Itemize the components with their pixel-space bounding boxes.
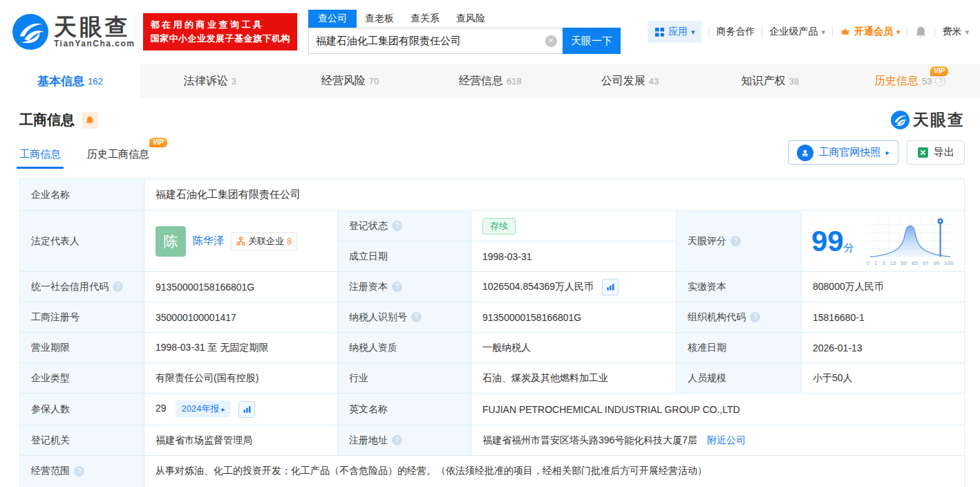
search-tab-relation[interactable]: 查关系 bbox=[402, 10, 448, 28]
industry-label: 行业 bbox=[338, 363, 471, 394]
cooperation-menu[interactable]: 商务合作 bbox=[716, 26, 755, 38]
reg-capital-value: 1026504.854369万人民币 bbox=[471, 272, 677, 302]
help-icon[interactable]: ? bbox=[750, 312, 760, 322]
enterprise-menu[interactable]: 企业级产品 ▾ bbox=[769, 26, 825, 38]
industry-value: 石油、煤炭及其他燃料加工业 bbox=[471, 363, 677, 394]
caret-down-icon: ▾ bbox=[896, 28, 901, 37]
table-row: 工商注册号 350000100001417 纳税人识别号 ? 913500001… bbox=[20, 302, 965, 333]
crown-icon bbox=[840, 26, 851, 37]
clear-icon[interactable]: × bbox=[545, 35, 557, 47]
search-button[interactable]: 天眼一下 bbox=[563, 28, 621, 54]
uscc-label: 统一社会信用代码 ? bbox=[20, 272, 144, 302]
apps-menu[interactable]: 应用 ▾ bbox=[648, 21, 702, 43]
search-input[interactable] bbox=[308, 28, 563, 54]
related-companies-badge[interactable]: 关联企业 8 bbox=[231, 232, 297, 250]
legal-rep-avatar[interactable]: 陈 bbox=[156, 226, 186, 257]
help-icon[interactable]: ? bbox=[935, 76, 945, 86]
caret-down-icon: ▾ bbox=[691, 28, 695, 37]
legal-rep-cell: 陈 陈华泽 关联企业 8 bbox=[144, 211, 338, 272]
taxpayer-quality-label: 纳税人资质 bbox=[338, 333, 471, 363]
enterprise-label: 企业级产品 bbox=[769, 26, 818, 38]
scope-label: 经营范围 ? bbox=[20, 456, 144, 487]
vip-badge: VIP bbox=[930, 66, 948, 76]
search-tab-risk[interactable]: 查风险 bbox=[448, 10, 493, 28]
status-badge: 存续 bbox=[482, 218, 516, 235]
help-icon[interactable]: ? bbox=[392, 282, 402, 292]
monitor-bell-icon[interactable] bbox=[82, 112, 98, 129]
legal-rep-label: 法定代表人 bbox=[20, 211, 144, 272]
org-code-label: 组织机构代码 ? bbox=[677, 302, 802, 333]
insured-label: 参保人数 bbox=[20, 394, 144, 425]
help-icon[interactable]: ? bbox=[392, 435, 402, 445]
company-name-label: 企业名称 bbox=[20, 179, 144, 211]
uscc-value: 91350000158166801G bbox=[144, 272, 338, 302]
company-type-value: 有限责任公司(国有控股) bbox=[144, 363, 338, 394]
org-chart-icon bbox=[236, 237, 245, 246]
address-value: 福建省福州市晋安区塔头路396号能化科技大厦7层 附近公司 bbox=[471, 425, 965, 456]
paid-capital-label: 实缴资本 bbox=[677, 272, 802, 302]
menu-divider bbox=[762, 27, 762, 37]
caret-down-icon: ▾ bbox=[965, 28, 969, 37]
company-type-label: 企业类型 bbox=[20, 363, 144, 394]
tianyancha-logo[interactable]: 天眼查 TianYanCha.com bbox=[12, 14, 135, 50]
annual-report-badge[interactable]: 2024年报 ▸ bbox=[176, 401, 230, 417]
subtab-business-registration[interactable]: 工商信息 bbox=[19, 148, 61, 169]
export-button[interactable]: 导出 bbox=[907, 140, 965, 165]
score-value: 99 bbox=[811, 225, 844, 257]
english-name-label: 英文名称 bbox=[338, 394, 471, 425]
tab-business-info[interactable]: 经营信息 618 bbox=[420, 64, 560, 98]
insured-value: 29 2024年报 ▸ bbox=[144, 394, 338, 425]
menu-divider bbox=[832, 27, 833, 37]
tab-operating-risk[interactable]: 经营风险 70 bbox=[280, 64, 420, 98]
slogan-line1: 都在用的商业查询工具 bbox=[150, 18, 290, 32]
search-tab-company[interactable]: 查公司 bbox=[308, 10, 357, 28]
official-snapshot-button[interactable]: 工商官网快照 ▸ bbox=[788, 140, 898, 165]
tab-basic-info[interactable]: 基本信息 162 bbox=[0, 64, 140, 98]
tab-company-development[interactable]: 公司发展 43 bbox=[560, 64, 700, 98]
vip-badge: VIP bbox=[149, 138, 167, 147]
registry-value: 福建省市场监督管理局 bbox=[144, 425, 338, 456]
english-name-value: FUJIAN PETROCHEMICAL INDUSTRIAL GROUP CO… bbox=[471, 394, 965, 425]
arrow-right-icon: ▸ bbox=[885, 148, 889, 157]
apps-label: 应用 bbox=[668, 26, 688, 38]
tab-history-info[interactable]: VIP 历史信息 53 ? bbox=[840, 64, 980, 98]
reg-capital-label: 注册资本 ? bbox=[338, 272, 471, 302]
org-code-value: 15816680-1 bbox=[802, 302, 965, 333]
caret-down-icon: ▾ bbox=[821, 28, 825, 37]
arrow-right-icon: ▸ bbox=[221, 405, 225, 413]
page-title: 工商信息 bbox=[19, 111, 75, 129]
capital-trend-icon[interactable] bbox=[602, 279, 619, 295]
help-icon[interactable]: ? bbox=[74, 466, 84, 477]
business-term-value: 1998-03-31 至 无固定期限 bbox=[144, 333, 338, 363]
vip-upgrade-menu[interactable]: 开通会员 ▾ bbox=[840, 26, 901, 38]
tab-legal-proceedings[interactable]: 法律诉讼 3 bbox=[140, 64, 281, 98]
table-row: 企业名称 福建石油化工集团有限责任公司 bbox=[20, 179, 965, 211]
user-menu[interactable]: 费米 ▾ bbox=[942, 26, 969, 38]
excel-icon bbox=[917, 147, 929, 158]
notification-bell-icon[interactable] bbox=[914, 26, 927, 39]
tab-intellectual-property[interactable]: 知识产权 38 bbox=[700, 64, 840, 98]
brand-domain: TianYanCha.com bbox=[54, 39, 135, 48]
establish-date-label: 成立日期 bbox=[338, 241, 471, 272]
score-cell[interactable]: 99分 bbox=[802, 211, 965, 272]
business-term-label: 营业期限 bbox=[20, 333, 144, 363]
top-menu: 应用 ▾ 商务合作 企业级产品 ▾ 开通会员 ▾ 费米 ▾ bbox=[648, 21, 969, 43]
subtab-history-registration[interactable]: VIP 历史工商信息 bbox=[87, 148, 149, 169]
watermark-logo: 天眼查 bbox=[891, 109, 965, 131]
help-icon[interactable]: ? bbox=[392, 221, 402, 231]
menu-divider bbox=[907, 27, 907, 37]
approval-date-value: 2026-01-13 bbox=[802, 333, 965, 363]
table-row: 参保人数 29 2024年报 ▸ 英文名称 FUJIAN PETROCHEMIC… bbox=[20, 394, 965, 425]
table-row: 统一社会信用代码 ? 91350000158166801G 注册资本 ? 102… bbox=[20, 272, 965, 302]
score-distribution-chart: 0131550859799100 bbox=[867, 217, 954, 266]
search-tab-boss[interactable]: 查老板 bbox=[357, 10, 402, 28]
insured-trend-icon[interactable] bbox=[238, 401, 255, 418]
tianyancha-wave-icon bbox=[12, 14, 48, 50]
company-nav-tabs: 基本信息 162 法律诉讼 3 经营风险 70 经营信息 618 公司发展 43… bbox=[0, 64, 980, 98]
legal-rep-name-link[interactable]: 陈华泽 bbox=[193, 235, 224, 248]
help-icon[interactable]: ? bbox=[411, 312, 422, 322]
nearby-companies-link[interactable]: 附近公司 bbox=[707, 434, 746, 445]
help-icon[interactable]: ? bbox=[731, 236, 741, 246]
help-icon[interactable]: ? bbox=[113, 282, 123, 292]
score-chart-ticks: 0131550859799100 bbox=[867, 260, 954, 266]
